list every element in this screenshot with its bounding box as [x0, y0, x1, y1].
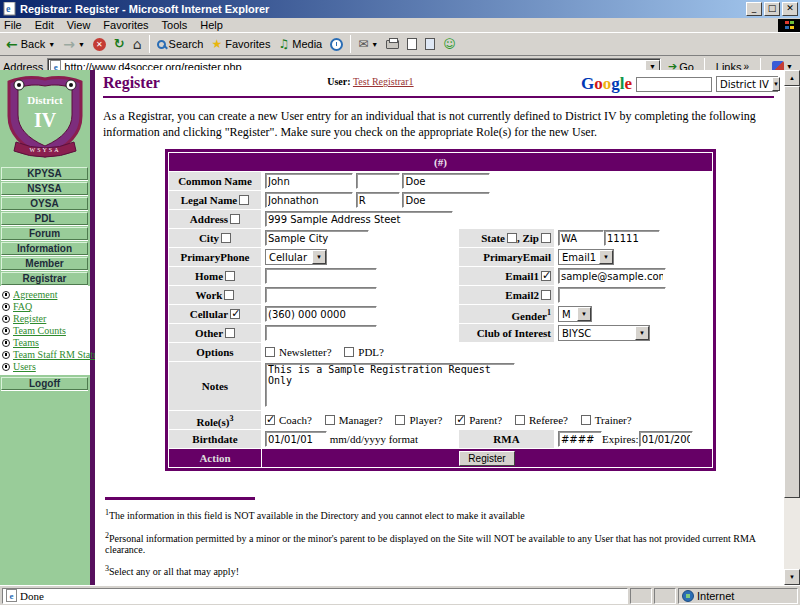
zip-input[interactable]: [604, 230, 660, 246]
sidebar-item-information[interactable]: Information: [1, 242, 88, 255]
home-phone-input[interactable]: [265, 268, 377, 284]
menu-help[interactable]: Help: [200, 19, 223, 31]
chevron-down-icon[interactable]: ▼: [635, 326, 649, 340]
menu-view[interactable]: View: [67, 19, 91, 31]
stop-button[interactable]: ✕: [89, 34, 110, 54]
address-checkbox[interactable]: [230, 214, 240, 224]
maximize-button[interactable]: □: [764, 2, 780, 16]
legal-last-input[interactable]: [402, 192, 490, 208]
menu-tools[interactable]: Tools: [162, 19, 188, 31]
primary-email-select[interactable]: Email1▼: [558, 249, 614, 265]
email2-checkbox[interactable]: [541, 290, 551, 300]
scroll-down-icon[interactable]: ▼: [784, 569, 800, 585]
sidebar-link-agreement[interactable]: Agreement: [13, 289, 57, 300]
scrollbar-thumb[interactable]: [784, 86, 800, 498]
city-input[interactable]: [265, 230, 369, 246]
state-input[interactable]: [558, 230, 604, 246]
rma-input[interactable]: [558, 431, 602, 447]
sidebar-link-teams[interactable]: Teams: [13, 337, 39, 348]
home-button[interactable]: ⌂: [129, 34, 146, 54]
vertical-scrollbar[interactable]: ▲ ▼: [784, 70, 800, 585]
chevron-down-icon[interactable]: ▼: [312, 250, 326, 264]
street-address-input[interactable]: [265, 211, 453, 227]
city-checkbox[interactable]: [221, 233, 231, 243]
notes-textarea[interactable]: This is a Sample Registration Request On…: [265, 363, 515, 407]
trainer-label: Trainer?: [595, 414, 632, 426]
sidebar-item-pdl[interactable]: PDL: [1, 212, 88, 225]
sidebar-link-users[interactable]: Users: [13, 361, 36, 372]
google-site-select[interactable]: District IV ▼: [716, 76, 778, 92]
favorites-button[interactable]: ★ Favorites: [207, 34, 274, 54]
email1-checkbox[interactable]: [541, 271, 551, 281]
manager-checkbox[interactable]: [325, 415, 335, 425]
sidebar-link-team-staff-rm-status[interactable]: Team Staff RM Status: [13, 349, 102, 360]
sidebar-item-member[interactable]: Member: [1, 257, 88, 270]
google-search-input[interactable]: [636, 77, 712, 92]
close-button[interactable]: ✕: [782, 2, 798, 16]
user-link[interactable]: Test Registrar1: [353, 76, 414, 87]
media-button[interactable]: ♫ Media: [274, 34, 326, 54]
work-phone-checkbox[interactable]: [224, 290, 234, 300]
email2-input[interactable]: [558, 287, 666, 303]
print-button[interactable]: [382, 34, 403, 54]
pdl-checkbox[interactable]: [344, 347, 354, 357]
logoff-button[interactable]: Logoff: [1, 377, 88, 390]
register-button[interactable]: Register: [459, 451, 514, 466]
sidebar-link-faq[interactable]: FAQ: [13, 301, 32, 312]
minimize-button[interactable]: _: [746, 2, 762, 16]
scroll-up-icon[interactable]: ▲: [784, 70, 800, 86]
refresh-button[interactable]: ↻: [110, 34, 129, 54]
chevron-down-icon[interactable]: ▼: [599, 250, 613, 264]
sidebar-link-register[interactable]: Register: [13, 313, 46, 324]
chevron-down-icon[interactable]: ▼: [577, 307, 591, 321]
chevron-down-icon[interactable]: ▼: [772, 77, 780, 91]
email1-input[interactable]: [558, 268, 666, 284]
link-item-dropdown-icon[interactable]: ▼: [786, 63, 793, 70]
newsletter-checkbox[interactable]: [265, 347, 275, 357]
cellular-input[interactable]: [265, 306, 377, 322]
mail-button[interactable]: ✉ ▼: [354, 34, 382, 54]
sidebar-link-team-counts[interactable]: Team Counts: [13, 325, 66, 336]
primary-phone-select[interactable]: Cellular▼: [265, 249, 327, 265]
sidebar-item-oysa[interactable]: OYSA: [1, 197, 88, 210]
history-button[interactable]: [326, 34, 347, 54]
zip-checkbox[interactable]: [541, 233, 551, 243]
other-phone-input[interactable]: [265, 325, 377, 341]
back-button[interactable]: ← Back ▼: [2, 34, 59, 54]
legal-first-input[interactable]: [265, 192, 353, 208]
back-dropdown-icon[interactable]: ▼: [48, 41, 55, 48]
menu-file[interactable]: File: [4, 19, 22, 31]
common-last-input[interactable]: [402, 173, 490, 189]
cellular-checkbox[interactable]: [230, 309, 240, 319]
work-phone-input[interactable]: [265, 287, 377, 303]
home-phone-checkbox[interactable]: [225, 271, 235, 281]
search-button[interactable]: Search: [153, 34, 208, 54]
mail-dropdown-icon[interactable]: ▼: [371, 41, 378, 48]
messenger-button[interactable]: ☺: [439, 34, 460, 54]
gender-select[interactable]: M▼: [558, 306, 592, 322]
player-checkbox[interactable]: [395, 415, 405, 425]
menu-favorites[interactable]: Favorites: [103, 19, 148, 31]
parent-checkbox[interactable]: [455, 415, 465, 425]
sidebar-item-forum[interactable]: Forum: [1, 227, 88, 240]
forward-dropdown-icon[interactable]: ▼: [78, 41, 85, 48]
referee-checkbox[interactable]: [515, 415, 525, 425]
state-checkbox[interactable]: [507, 233, 517, 243]
common-middle-input[interactable]: [356, 173, 400, 189]
trainer-checkbox[interactable]: [581, 415, 591, 425]
coach-checkbox[interactable]: [265, 415, 275, 425]
sidebar-item-registrar[interactable]: Registrar: [1, 272, 88, 285]
legal-name-checkbox[interactable]: [239, 195, 249, 205]
discuss-button[interactable]: [421, 34, 439, 54]
birthdate-input[interactable]: [265, 431, 327, 447]
sidebar-item-nsysa[interactable]: NSYSA: [1, 182, 88, 195]
common-first-input[interactable]: [265, 173, 353, 189]
club-of-interest-select[interactable]: BIYSC▼: [558, 325, 650, 341]
edit-button[interactable]: [403, 34, 421, 54]
legal-middle-input[interactable]: [356, 192, 400, 208]
forward-button[interactable]: → ▼: [59, 34, 89, 54]
sidebar-item-kpysa[interactable]: KPYSA: [1, 167, 88, 180]
expires-input[interactable]: [639, 431, 693, 447]
other-phone-checkbox[interactable]: [225, 328, 235, 338]
menu-edit[interactable]: Edit: [35, 19, 54, 31]
